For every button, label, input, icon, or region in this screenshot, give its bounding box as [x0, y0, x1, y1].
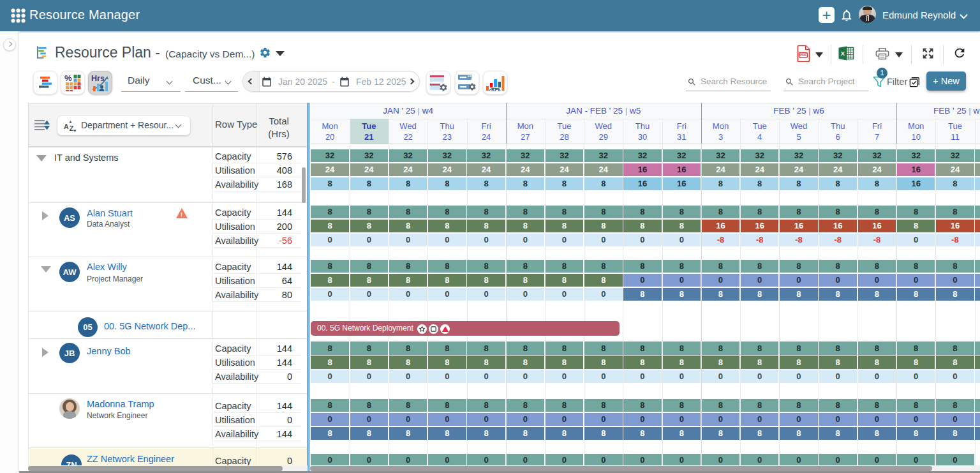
svg-text:%: % — [64, 74, 72, 83]
svg-text:PDF: PDF — [799, 53, 807, 57]
svg-text:A: A — [64, 123, 69, 130]
svg-text:X: X — [841, 50, 845, 57]
svg-text:Hrs: Hrs — [91, 74, 105, 83]
svg-text:Z: Z — [70, 124, 74, 132]
svg-text:KPI: KPI — [491, 86, 500, 92]
